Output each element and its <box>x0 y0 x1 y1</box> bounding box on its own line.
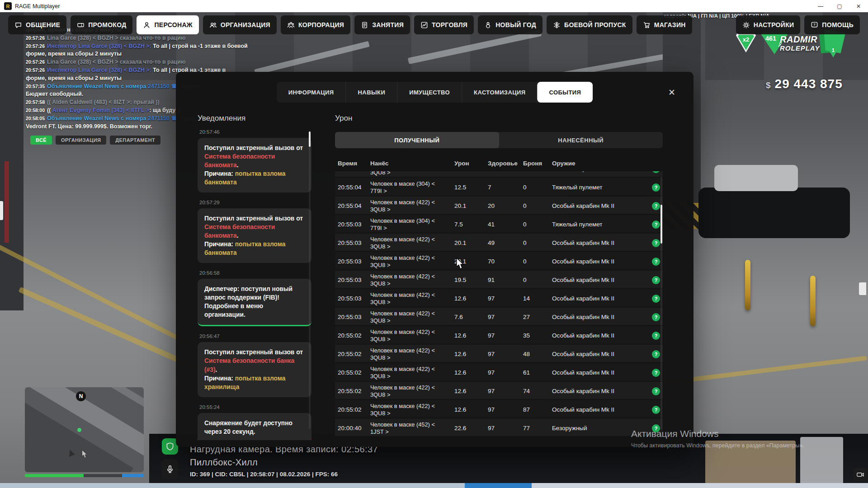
damage-attacker: Человек в маске (422) <3QU8 > <box>370 199 454 213</box>
damage-row[interactable]: 20:55:03Человек в маске (422) <3QU8 >20.… <box>335 252 663 269</box>
help-circle-icon[interactable]: ? <box>652 406 660 414</box>
nav-battlepass[interactable]: БОЕВОЙ ПРОПУСК <box>547 15 632 34</box>
close-icon[interactable]: ✕ <box>668 87 675 98</box>
tab-skills[interactable]: НАВЫКИ <box>346 82 397 103</box>
damage-row[interactable]: 20:00:40Человек в маске (452) <1JST >22.… <box>335 419 663 436</box>
notification-item[interactable]: 20:57:29Поступил экстренный вызов от Сис… <box>198 200 311 263</box>
help-circle-icon[interactable]: ? <box>652 369 660 377</box>
nav-label-shop: МАГАЗИН <box>654 21 686 28</box>
nav-help[interactable]: ?ПОМОЩЬ <box>804 15 860 34</box>
damage-health: 0 <box>488 171 523 172</box>
nav-organization[interactable]: ОРГАНИЗАЦИЯ <box>203 15 277 34</box>
tab-info[interactable]: ИНФОРМАЦИЯ <box>277 82 346 103</box>
notifications-scrollbar[interactable] <box>309 131 311 429</box>
notification-item[interactable]: 20:55:24Снаряжение будет доступно через … <box>198 404 311 440</box>
help-circle-icon[interactable]: ? <box>652 313 660 321</box>
help-circle-icon[interactable]: ? <box>652 295 660 303</box>
nav-newyear[interactable]: НОВЫЙ ГОД <box>478 15 542 34</box>
tab-customization[interactable]: КАСТОМИЗАЦИЯ <box>462 82 537 103</box>
damage-row[interactable]: 20:55:03Человек в маске (422) <3QU8 >12.… <box>335 289 663 306</box>
damage-armor: 48 <box>523 351 552 357</box>
damage-time: 20:55:02 <box>338 332 370 339</box>
chat-tab-org[interactable]: ОРГАНИЗАЦИЯ <box>56 136 106 145</box>
chat-tab-dept[interactable]: ДЕПАРТАМЕНТ <box>110 136 160 145</box>
nav-activities[interactable]: ЗАНЯТИЯ <box>354 15 410 34</box>
damage-damage: 7.6 <box>454 314 488 320</box>
yellow-bollard <box>745 260 750 310</box>
nav-label-character: ПЕРСОНАЖ <box>154 21 192 28</box>
help-circle-icon[interactable]: ? <box>652 276 660 284</box>
nav-promo[interactable]: ПРОМОКОД <box>71 15 132 34</box>
damage-health: 41 <box>488 221 523 228</box>
damage-row[interactable]: 20:55:02Человек в маске (422) <3QU8 >12.… <box>335 326 663 343</box>
health-bar <box>25 474 84 477</box>
nav-shop[interactable]: МАГАЗИН <box>637 15 692 34</box>
tab-property[interactable]: ИМУЩЕСТВО <box>397 82 462 103</box>
damage-row[interactable]: 20:55:03Человек в маске (422) <3QU8 >19.… <box>335 271 663 288</box>
camera-widget[interactable] <box>854 468 867 481</box>
help-circle-icon[interactable]: ? <box>652 332 660 340</box>
bodycam-meta: ID: 369 | CID: CB5L | 20:58:07 | 08.02.2… <box>190 471 378 478</box>
damage-col-header: Броня <box>523 160 552 167</box>
notification-item[interactable]: 20:56:47Поступил экстренный вызов от Сис… <box>198 333 311 397</box>
help-circle-icon[interactable]: ? <box>652 239 660 247</box>
damage-col-header: Нанёс <box>370 160 454 167</box>
currency-symbol: $ <box>766 80 771 90</box>
damage-weapon: Особый карабин Mk II <box>552 258 645 265</box>
damage-scroll-handle[interactable] <box>660 205 662 244</box>
damage-attacker: Человек в маске (422) <3QU8 > <box>370 310 454 324</box>
damage-row[interactable]: 20:55:04Человек в маске (304) <7T9I >12.… <box>335 178 663 195</box>
damage-health: 7 <box>488 184 523 191</box>
nav-settings[interactable]: НАСТРОЙКИ <box>736 15 801 34</box>
damage-row[interactable]: 20:55:03Человек в маске (422) <3QU8 >20.… <box>335 234 663 251</box>
maximize-button[interactable]: ▢ <box>830 0 849 12</box>
trade-icon <box>420 21 428 29</box>
damage-armor: 74 <box>523 388 552 394</box>
chat-tab-all[interactable]: ВСЁ <box>30 136 52 145</box>
modal-tabs: ИНФОРМАЦИЯНАВЫКИИМУЩЕСТВОКАСТОМИЗАЦИЯСОБ… <box>277 82 593 103</box>
damage-row[interactable]: 20:55:04Человек в маске (422) <3QU8 >20.… <box>335 171 663 177</box>
notification-time: 20:57:29 <box>199 200 311 205</box>
damage-col-header: Время <box>338 160 370 167</box>
damage-row[interactable]: 20:55:04Человек в маске (422) <3QU8 >20.… <box>335 197 663 214</box>
damage-weapon: Особый карабин Mk II <box>552 351 645 357</box>
damage-toggle-received[interactable]: ПОЛУЧЕННЫЙ <box>335 132 499 148</box>
help-circle-icon[interactable]: ? <box>652 171 660 173</box>
damage-time: 20:55:02 <box>338 351 370 357</box>
damage-toggle-dealt[interactable]: НАНЕСЁННЫЙ <box>499 132 663 148</box>
nav-character[interactable]: ПЕРСОНАЖ <box>137 15 198 34</box>
nav-corporation[interactable]: КОРПОРАЦИЯ <box>281 15 350 34</box>
help-circle-icon[interactable]: ? <box>652 221 660 229</box>
damage-row[interactable]: 20:55:02Человек в маске (422) <3QU8 >12.… <box>335 363 663 380</box>
nav-chat[interactable]: ОБЩЕНИЕ <box>8 15 66 34</box>
damage-row[interactable]: 20:55:03Человек в маске (422) <3QU8 >7.6… <box>335 308 663 325</box>
damage-row[interactable]: 20:55:02Человек в маске (422) <3QU8 >12.… <box>335 400 663 418</box>
help-circle-icon[interactable]: ? <box>652 202 660 210</box>
minimize-button[interactable]: — <box>811 0 830 12</box>
windows-taskbar[interactable] <box>0 483 868 488</box>
mic-icon <box>165 465 175 474</box>
taskbar-active-app[interactable] <box>465 483 532 488</box>
help-circle-icon[interactable]: ? <box>652 258 660 266</box>
help-circle-icon[interactable]: ? <box>652 183 660 192</box>
damage-health: 97 <box>488 295 523 302</box>
damage-health: 91 <box>488 277 523 283</box>
damage-row[interactable]: 20:55:02Человек в маске (422) <3QU8 >12.… <box>335 382 663 399</box>
server-logo-line1: RADMIR <box>780 35 820 44</box>
help-circle-icon[interactable]: ? <box>652 387 660 395</box>
damage-damage: 7.5 <box>454 221 488 228</box>
help-circle-icon[interactable]: ? <box>652 350 660 358</box>
damage-damage: 12.6 <box>454 351 488 357</box>
right-edge-widget[interactable] <box>859 282 866 295</box>
damage-row[interactable]: 20:55:03Человек в маске (304) <7T9I >7.5… <box>335 215 663 232</box>
damage-armor: 0 <box>523 239 552 246</box>
notifications-scroll-handle[interactable] <box>309 131 311 147</box>
tab-events[interactable]: СОБЫТИЯ <box>538 82 593 103</box>
notification-item[interactable]: 20:57:46Поступил экстренный вызов от Сис… <box>198 129 311 192</box>
notification-item[interactable]: 20:56:58Диспетчер: поступил новый запрос… <box>198 270 311 326</box>
damage-row[interactable]: 20:55:02Человек в маске (422) <3QU8 >12.… <box>335 345 663 362</box>
damage-health: 97 <box>488 388 523 394</box>
damage-scrollbar[interactable] <box>660 177 662 430</box>
nav-trade[interactable]: ТОРГОВЛЯ <box>414 15 474 34</box>
close-window-button[interactable]: ✕ <box>849 0 868 12</box>
